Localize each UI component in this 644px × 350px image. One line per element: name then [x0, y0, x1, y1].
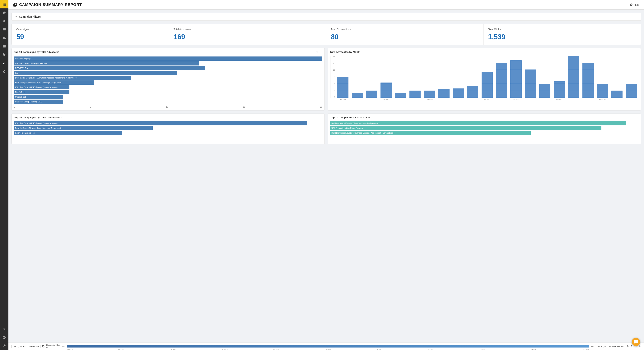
- timeline-tick: Q3 2021: [480, 349, 486, 350]
- vbar-bar: [452, 88, 464, 98]
- timeline-ticks: Q3 2019Q4 2019Q1 2020Q2 2020Q3 2020Q4 20…: [67, 349, 589, 350]
- vbar-x-label: [494, 99, 508, 100]
- advocates-bar-row: Build the Space Elevator (Advanced Messa…: [14, 76, 322, 80]
- sidebar: [0, 0, 8, 350]
- group-icon[interactable]: [0, 34, 8, 42]
- chat-icon[interactable]: [0, 25, 8, 34]
- vbar-col: [494, 56, 508, 98]
- clicks-bar-label: Build the Space Elevator (Basic Message …: [332, 122, 378, 125]
- logo[interactable]: [0, 0, 8, 8]
- clicks-bar-fill: URL Parameters One Pager Example: [330, 126, 602, 130]
- vbar-x-label: [436, 99, 451, 100]
- calendar-icon[interactable]: [42, 345, 45, 348]
- vbar-bar: [496, 63, 507, 98]
- connections-bar-label: Build the Space Elevator (Basic Message …: [15, 127, 61, 129]
- vbar-bar: [568, 56, 579, 98]
- advocates-bar-row: Nate's Test: [14, 90, 322, 94]
- people-icon[interactable]: [0, 333, 8, 342]
- vbar-bar: [438, 89, 450, 98]
- advocates-bar-row: URL Parameters One Pager Example: [14, 61, 322, 65]
- timeline-tick: Q1 2020: [170, 349, 176, 350]
- connections-chart: Top 10 Campaigns by Total Connections KW…: [12, 114, 325, 144]
- vbar-col: [523, 56, 537, 98]
- advocates-bar-fill: Untitled Campaign: [14, 56, 322, 61]
- advocates-bar-label: Nate's Test: [15, 91, 24, 93]
- timeline-tick: Q2 2020: [222, 349, 228, 350]
- vbar-col: [610, 56, 624, 98]
- more-icon[interactable]: [320, 51, 322, 53]
- advocates-bar-label: Untitled Campaign: [15, 58, 31, 60]
- vbar-col: [509, 56, 523, 98]
- vbar-bar: [554, 81, 565, 98]
- clicks-bar-row: Build the Space Elevator (Basic Message …: [330, 121, 638, 125]
- clicks-label: Total Clicks: [488, 28, 636, 31]
- clicks-bar-label: Build the Space Elevator (Advanced Messa…: [332, 132, 394, 134]
- help-button[interactable]: Help: [630, 3, 640, 6]
- home-icon[interactable]: [0, 8, 8, 17]
- vbar-x-label: [466, 99, 480, 100]
- advocates-bar-row: Untitled Campaign: [14, 56, 322, 61]
- timeline-tick: Q3 2020: [273, 349, 279, 350]
- person-icon[interactable]: [0, 17, 8, 25]
- share-icon[interactable]: [0, 325, 8, 333]
- connections-bar-row: KW - Test Case - AERO Federal (senate + …: [14, 121, 322, 125]
- vbar-col: [538, 56, 552, 98]
- advocates-bar-row: test: [14, 71, 322, 75]
- settings-icon[interactable]: [0, 67, 8, 76]
- vbar-bar: [525, 69, 536, 98]
- bar-chart-icon[interactable]: [0, 59, 8, 67]
- advocates-bar-fill: KW - Test Case - AERO Federal (senate + …: [14, 85, 70, 89]
- vbar-bar: [395, 93, 406, 98]
- vbar-col: [350, 56, 364, 98]
- vbar-bar: [597, 84, 608, 98]
- advocates-bar-row: Nate's Roadmap Planning CAC: [14, 100, 322, 104]
- vbar-col: [624, 56, 638, 98]
- vbar-x-label: Nov 2021: [552, 99, 566, 100]
- vbar-col: [437, 56, 451, 98]
- zoom-in-icon[interactable]: [627, 345, 630, 348]
- filters-title: Campaign Filters: [15, 15, 638, 18]
- advocates-bar-row: Build the Space Elevator (Basic Message …: [14, 80, 322, 85]
- vbar-bar: [539, 84, 550, 98]
- gear-icon[interactable]: [0, 342, 8, 350]
- vbar-col: [364, 56, 378, 98]
- pan-icon[interactable]: [638, 345, 641, 348]
- chart-controls: [315, 51, 322, 53]
- vbar-bar: [467, 86, 478, 98]
- vbar-col: [596, 56, 610, 98]
- timeline-start-date: Jul 11, 2019 12:00:00.000 AM: [12, 345, 40, 348]
- vbar-x-label: Feb 2021: [480, 99, 494, 100]
- advocates-bars-container: Untitled CampaignURL Parameters One Page…: [14, 56, 322, 105]
- vbar-x-label: [350, 99, 364, 100]
- connections-bars: KW - Test Case - AERO Federal (senate + …: [14, 121, 322, 135]
- vbar-col: [581, 56, 595, 98]
- expand-icon[interactable]: [315, 51, 318, 53]
- vbar-col: [422, 56, 436, 98]
- advocates-chart: Top 10 Campaigns by Total Advocates Unti…: [12, 48, 325, 111]
- connections-bar-row: Patch Thru Senate Test: [14, 131, 322, 135]
- tag-icon[interactable]: [0, 50, 8, 59]
- connections-value: 80: [331, 33, 479, 41]
- advocates-bar-label: URL Parameters One Pager Example: [15, 62, 47, 64]
- connections-bar-fill: Patch Thru Senate Test: [14, 131, 122, 135]
- clicks-bar-fill: Build the Space Elevator (Basic Message …: [330, 121, 626, 125]
- connections-chart-title: Top 10 Campaigns by Total Connections: [14, 116, 322, 119]
- vbar-x-label: [523, 99, 537, 100]
- connections-bar-fill: KW - Test Case - AERO Federal (senate + …: [14, 121, 307, 125]
- chat-bubble[interactable]: [632, 338, 640, 346]
- vbar-x-label: Jul 2019: [336, 99, 350, 100]
- clicks-bar-label: URL Parameters One Pager Example: [332, 127, 364, 129]
- advocates-stat: Total Advocates 169: [169, 24, 326, 45]
- vbar-bar: [582, 63, 594, 98]
- vbar-bar: [612, 91, 623, 98]
- timeline-track[interactable]: Q3 2019Q4 2019Q1 2020Q2 2020Q3 2020Q4 20…: [67, 345, 589, 348]
- timeline-bar: Jul 11, 2019 12:00:00.000 AM Connection …: [8, 343, 644, 350]
- mail-icon[interactable]: [0, 42, 8, 50]
- timeline-tick: Q4 2021: [532, 349, 537, 350]
- y-axis-labels: 0369121518: [330, 56, 336, 98]
- zoom-out-icon[interactable]: [630, 345, 633, 348]
- timeline-tick: Q1 2021: [376, 349, 382, 350]
- vbar-col: [394, 56, 408, 98]
- advocates-bar-label: Nate's Roadmap Planning CAC: [15, 101, 42, 103]
- advocates-bar-fill: Original Test: [14, 95, 63, 99]
